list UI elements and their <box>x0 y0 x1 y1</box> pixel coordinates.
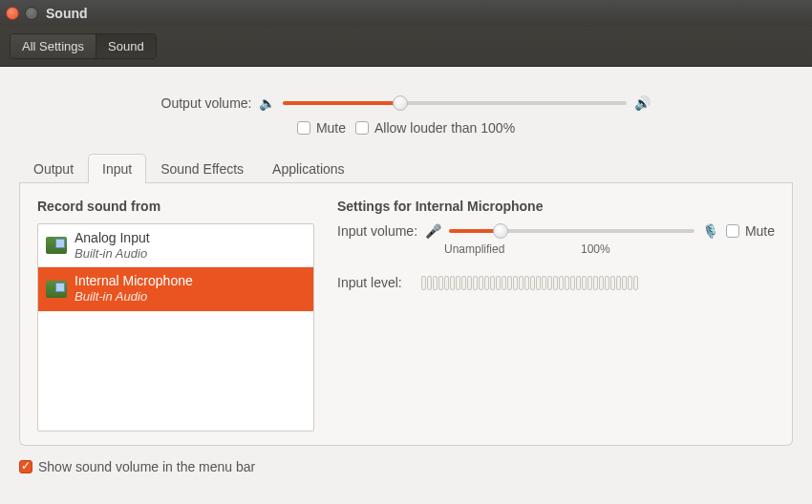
list-item[interactable]: Internal MicrophoneBuilt-in Audio <box>38 267 313 310</box>
level-segment <box>507 276 512 290</box>
device-title: Analog Input <box>75 230 150 246</box>
input-volume-label: Input volume: <box>337 223 417 239</box>
level-segment <box>570 276 575 290</box>
level-segment <box>599 276 604 290</box>
speaker-high-icon: 🔊 <box>634 95 651 111</box>
level-segment <box>582 276 587 290</box>
level-segment <box>536 276 541 290</box>
level-segment <box>610 276 615 290</box>
breadcrumb-sound[interactable]: Sound <box>96 34 156 58</box>
level-segment <box>565 276 569 290</box>
sound-card-icon <box>46 281 67 298</box>
content-area: Output volume: 🔈 🔊 Mute Allow louder tha… <box>0 67 812 486</box>
level-segment <box>616 276 621 290</box>
checkbox-icon <box>726 224 739 238</box>
output-options-row: Mute Allow louder than 100% <box>19 120 793 136</box>
level-segment <box>490 276 495 290</box>
level-segment <box>479 276 483 290</box>
record-from-column: Record sound from Analog InputBuilt-in A… <box>37 199 314 430</box>
titlebar: Sound <box>0 0 812 27</box>
input-level-row: Input level: <box>337 275 775 290</box>
output-mute-checkbox[interactable]: Mute <box>297 120 346 136</box>
show-in-menubar-label: Show sound volume in the menu bar <box>38 459 255 474</box>
level-segment <box>605 276 609 290</box>
output-volume-slider[interactable] <box>283 101 627 105</box>
tabs: Output Input Sound Effects Applications <box>19 153 793 183</box>
slider-scale-row: Unamplified 100% <box>337 242 775 256</box>
device-subtitle: Built-in Audio <box>75 289 193 304</box>
level-segment <box>519 276 524 290</box>
output-volume-label: Output volume: <box>161 95 252 111</box>
level-segment <box>467 276 472 290</box>
speaker-low-icon: 🔈 <box>259 95 275 111</box>
settings-for-heading: Settings for Internal Microphone <box>337 199 775 214</box>
device-listbox[interactable]: Analog InputBuilt-in AudioInternal Micro… <box>37 223 314 431</box>
record-from-heading: Record sound from <box>37 199 314 214</box>
mic-low-icon: 🎤 <box>425 223 441 239</box>
level-segment <box>593 276 598 290</box>
tab-sound-effects[interactable]: Sound Effects <box>146 154 258 183</box>
level-segment <box>473 276 478 290</box>
level-segment <box>433 276 438 290</box>
window-title: Sound <box>46 6 88 21</box>
list-item[interactable]: Analog InputBuilt-in Audio <box>38 224 313 267</box>
input-level-meter <box>421 276 638 290</box>
scale-100: 100% <box>581 242 717 256</box>
level-segment <box>576 276 581 290</box>
show-in-menubar-checkbox[interactable]: Show sound volume in the menu bar <box>19 459 793 474</box>
device-subtitle: Built-in Audio <box>75 246 150 262</box>
level-segment <box>513 276 518 290</box>
settings-column: Settings for Internal Microphone Input v… <box>337 199 775 430</box>
mic-high-icon: 🎙️ <box>702 223 718 239</box>
sound-card-icon <box>46 237 67 254</box>
level-segment <box>427 276 432 290</box>
input-volume-slider[interactable] <box>449 229 694 233</box>
level-segment <box>547 276 552 290</box>
level-segment <box>628 276 632 290</box>
output-mute-label: Mute <box>316 120 346 136</box>
tab-input[interactable]: Input <box>88 154 146 183</box>
level-segment <box>559 276 564 290</box>
level-segment <box>524 276 529 290</box>
level-segment <box>450 276 455 290</box>
checkbox-icon <box>297 121 310 135</box>
input-level-label: Input level: <box>337 275 402 290</box>
checkbox-icon <box>19 460 32 473</box>
level-segment <box>622 276 627 290</box>
tab-applications[interactable]: Applications <box>258 154 359 183</box>
allow-louder-label: Allow louder than 100% <box>374 120 515 136</box>
input-volume-row: Input volume: 🎤 🎙️ Mute <box>337 223 775 239</box>
level-segment <box>502 276 506 290</box>
input-tab-panel: Record sound from Analog InputBuilt-in A… <box>19 183 793 446</box>
window-buttons <box>6 7 38 20</box>
scale-unamplified: Unamplified <box>444 242 581 256</box>
tab-output[interactable]: Output <box>19 154 88 183</box>
level-segment <box>553 276 558 290</box>
level-segment <box>421 276 426 290</box>
level-segment <box>588 276 592 290</box>
breadcrumb-all-settings[interactable]: All Settings <box>11 34 96 58</box>
allow-louder-checkbox[interactable]: Allow louder than 100% <box>355 120 515 136</box>
output-volume-row: Output volume: 🔈 🔊 <box>19 95 793 111</box>
close-icon[interactable] <box>6 7 19 20</box>
level-segment <box>542 276 546 290</box>
input-mute-label: Mute <box>745 223 775 239</box>
level-segment <box>438 276 443 290</box>
level-segment <box>633 276 638 290</box>
minimize-icon[interactable] <box>25 7 38 20</box>
checkbox-icon <box>355 121 369 135</box>
level-segment <box>496 276 501 290</box>
level-segment <box>461 276 466 290</box>
level-segment <box>456 276 460 290</box>
device-title: Internal Microphone <box>75 273 193 289</box>
breadcrumb: All Settings Sound <box>10 33 157 59</box>
pathbar: All Settings Sound <box>0 27 812 67</box>
level-segment <box>444 276 449 290</box>
level-segment <box>484 276 489 290</box>
level-segment <box>530 276 535 290</box>
input-mute-checkbox[interactable]: Mute <box>726 223 775 239</box>
